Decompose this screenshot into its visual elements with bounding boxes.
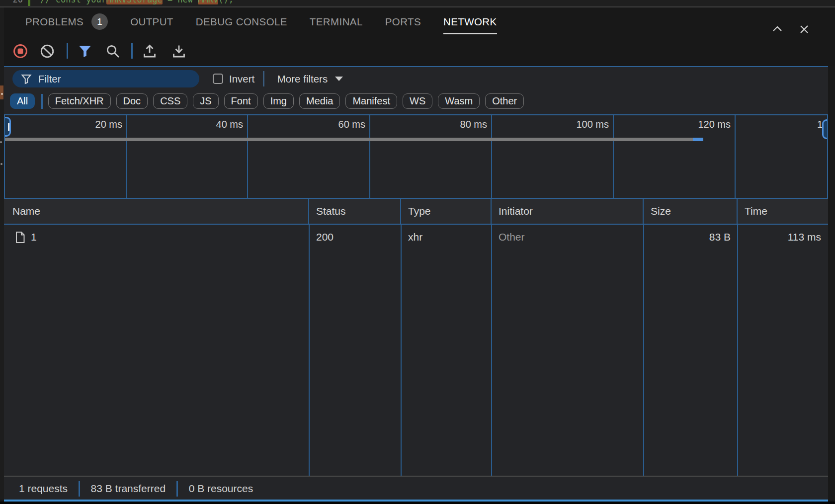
column-header-size[interactable]: Size [644, 199, 738, 224]
request-type-cell: xhr [401, 225, 492, 250]
timeline-tick-label: 80 ms [413, 119, 487, 130]
timeline-tick-label: 20 ms [48, 119, 122, 130]
chip-wasm[interactable]: Wasm [438, 93, 480, 109]
timeline-gridline [126, 115, 127, 198]
request-row[interactable]: 1 200 xhr Other 83 B 113 ms [4, 225, 828, 250]
request-waterfall-bar-download [693, 138, 703, 141]
column-divider[interactable] [643, 225, 644, 476]
request-name-cell: 1 [4, 225, 309, 250]
column-header-status[interactable]: Status [309, 199, 401, 224]
tab-terminal[interactable]: TERMINAL [310, 7, 363, 36]
decoration-dot [1, 93, 3, 95]
chip-css[interactable]: CSS [153, 93, 187, 109]
requests-table-body: 1 200 xhr Other 83 B 113 ms [4, 225, 828, 476]
search-highlight: MMKVStorage [106, 0, 163, 4]
chip-js[interactable]: JS [193, 93, 218, 109]
search-network-button[interactable] [105, 44, 120, 59]
timeline-tick-label: 60 ms [291, 119, 365, 130]
timeline-gridline [247, 115, 248, 198]
tab-output[interactable]: OUTPUT [130, 7, 173, 36]
tab-debug-console[interactable]: DEBUG CONSOLE [196, 7, 287, 36]
vscode-bottom-panel: 20// const yourMMKVStorage = new MMKV();… [0, 0, 835, 504]
tab-network[interactable]: NETWORK [443, 7, 497, 36]
requests-count: 1 requests [19, 483, 68, 495]
clear-block-icon [40, 44, 55, 59]
filter-toggle-button[interactable] [78, 44, 92, 59]
timeline-tick-label: 40 ms [168, 119, 243, 130]
timeline-gridline [613, 115, 614, 198]
chip-all[interactable]: All [10, 93, 35, 109]
chip-img[interactable]: Img [263, 93, 294, 109]
chip-other[interactable]: Other [485, 93, 524, 109]
column-divider[interactable] [491, 225, 492, 476]
toolbar-separator [131, 43, 133, 59]
document-icon [15, 231, 25, 244]
right-edge-strip [828, 66, 835, 500]
chip-doc[interactable]: Doc [116, 93, 148, 109]
network-overview-timeline[interactable]: 20 ms 40 ms 60 ms 80 ms 100 ms 120 ms 1 [4, 114, 828, 199]
request-waterfall-bar-waiting [5, 138, 693, 141]
network-summary-bar: 1 requests 83 B transferred 0 B resource… [4, 476, 828, 501]
invert-label: Invert [229, 73, 254, 85]
maximize-panel-button[interactable] [770, 22, 784, 36]
tab-ports[interactable]: PORTS [385, 7, 421, 36]
chip-media[interactable]: Media [299, 93, 340, 109]
column-divider[interactable] [737, 225, 738, 476]
column-header-initiator[interactable]: Initiator [492, 199, 644, 224]
record-network-log-button[interactable] [13, 44, 28, 59]
chip-manifest[interactable]: Manifest [345, 93, 397, 109]
tab-debug-console-label: DEBUG CONSOLE [196, 16, 287, 28]
chips-separator [41, 94, 43, 109]
column-header-time[interactable]: Time [738, 199, 828, 224]
transferred-size: 83 B transferred [91, 483, 166, 495]
code-comment-segment: (); [218, 0, 234, 4]
timeline-gridline [735, 115, 736, 198]
import-har-button[interactable] [142, 44, 157, 59]
decoration-dot [0, 141, 2, 143]
search-icon [105, 44, 120, 59]
summary-separator [79, 481, 80, 497]
upload-icon [142, 44, 157, 59]
chip-fetch-xhr[interactable]: Fetch/XHR [48, 93, 111, 109]
problems-count-badge: 1 [91, 13, 108, 30]
network-filter-row: Filter Invert More filters [4, 68, 828, 89]
summary-separator [176, 481, 178, 497]
chevron-up-icon [771, 23, 784, 36]
invert-checkbox[interactable] [213, 74, 223, 84]
column-divider[interactable] [401, 225, 402, 476]
overview-window-handle-left[interactable] [4, 117, 11, 137]
search-highlight: MMKV [198, 0, 218, 4]
chip-font[interactable]: Font [224, 93, 258, 109]
clear-network-log-button[interactable] [40, 44, 55, 59]
toolbar-separator [67, 43, 68, 59]
column-divider[interactable] [309, 225, 310, 476]
close-panel-button[interactable] [797, 22, 811, 36]
decoration-dot [0, 163, 2, 165]
overview-window-handle-right[interactable] [822, 119, 828, 139]
tab-problems-label: PROBLEMS [25, 16, 84, 28]
panel-tabbar: PROBLEMS 1 OUTPUT DEBUG CONSOLE TERMINAL… [0, 7, 835, 36]
timeline-tick-label: 100 ms [534, 119, 609, 130]
download-icon [171, 44, 186, 59]
timeline-gridline [369, 115, 370, 198]
resource-type-filter-row: All Fetch/XHR Doc CSS JS Font Img Media … [4, 89, 828, 113]
more-filters-dropdown[interactable]: More filters [277, 73, 343, 85]
filter-input[interactable]: Filter [12, 70, 199, 87]
tab-problems[interactable]: PROBLEMS 1 [25, 7, 108, 36]
request-status-cell: 200 [309, 225, 401, 250]
filter-input-placeholder: Filter [38, 73, 61, 85]
tab-network-label: NETWORK [443, 16, 497, 28]
column-header-type[interactable]: Type [401, 199, 492, 224]
chip-ws[interactable]: WS [403, 93, 432, 109]
record-stop-icon [13, 44, 28, 59]
export-har-button[interactable] [171, 44, 186, 59]
filter-row-separator [263, 71, 264, 86]
code-comment-segment: = new [163, 0, 198, 4]
code-line: 20// const yourMMKVStorage = new MMKV(); [0, 0, 234, 6]
timeline-gridline [491, 115, 492, 198]
timeline-tick-label: 120 ms [656, 119, 731, 130]
devtools-network-panel: Filter Invert More filters All Fetch/XHR… [4, 66, 828, 500]
request-time-cell: 113 ms [738, 225, 828, 250]
editor-code-sliver: 20// const yourMMKVStorage = new MMKV(); [0, 0, 835, 6]
column-header-name[interactable]: Name [4, 199, 309, 224]
